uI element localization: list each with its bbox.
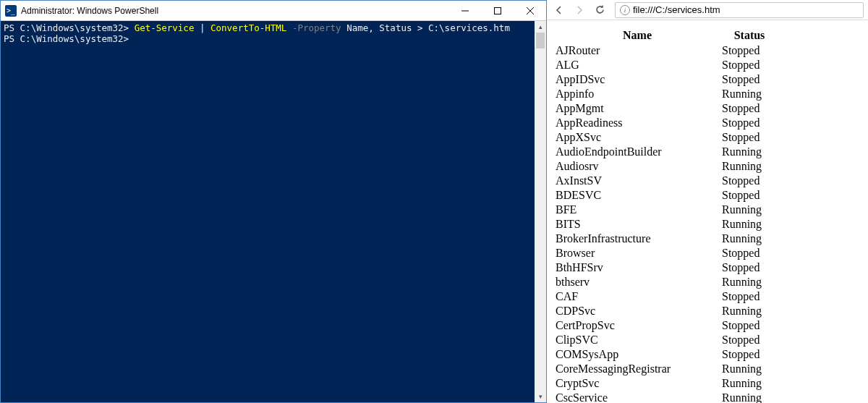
header-name: Name	[554, 27, 720, 43]
svg-rect-1	[494, 7, 501, 14]
service-name-cell: bthserv	[554, 275, 720, 289]
table-row: AudioEndpointBuilderRunning	[554, 145, 778, 159]
browser-window: i file:///C:/services.htm Name Status AJ…	[547, 0, 868, 403]
table-row: bthservRunning	[554, 275, 778, 289]
service-status-cell: Running	[720, 87, 778, 101]
service-status-cell: Running	[720, 391, 778, 403]
service-name-cell: Appinfo	[554, 87, 720, 101]
service-status-cell: Stopped	[720, 289, 778, 304]
address-bar[interactable]: i file:///C:/services.htm	[615, 2, 864, 18]
ps-prompt-2: PS C:\Windows\system32>	[4, 33, 129, 44]
ps-property-flag: -Property	[292, 22, 346, 33]
header-status: Status	[720, 27, 778, 43]
browser-content[interactable]: Name Status AJRouterStoppedALGStoppedApp…	[547, 20, 868, 403]
service-name-cell: AppMgmt	[554, 101, 720, 116]
site-info-icon[interactable]: i	[620, 5, 630, 15]
service-status-cell: Stopped	[720, 318, 778, 333]
table-row: CertPropSvcStopped	[554, 318, 778, 333]
service-name-cell: COMSysApp	[554, 347, 720, 362]
table-row: BrokerInfrastructureRunning	[554, 232, 778, 246]
service-name-cell: CryptSvc	[554, 376, 720, 391]
powershell-terminal[interactable]: PS C:\Windows\system32> Get-Service | Co…	[1, 21, 535, 402]
service-name-cell: Browser	[554, 246, 720, 260]
minimize-button[interactable]	[448, 1, 481, 20]
reload-button[interactable]	[592, 2, 608, 18]
table-row: BDESVCStopped	[554, 188, 778, 203]
table-row: BrowserStopped	[554, 246, 778, 260]
service-name-cell: BDESVC	[554, 188, 720, 203]
service-name-cell: AxInstSV	[554, 174, 720, 188]
table-row: BthHFSrvStopped	[554, 260, 778, 275]
ps-cmd-convert: ConvertTo-HTML	[210, 22, 292, 33]
table-row: CscServiceRunning	[554, 391, 778, 403]
service-status-cell: Running	[720, 304, 778, 318]
back-button[interactable]	[551, 2, 567, 18]
service-status-cell: Running	[720, 145, 778, 159]
table-row: ALGStopped	[554, 58, 778, 72]
service-status-cell: Stopped	[720, 246, 778, 260]
table-row: AppXSvcStopped	[554, 130, 778, 145]
service-name-cell: CDPSvc	[554, 304, 720, 318]
service-status-cell: Stopped	[720, 72, 778, 87]
powershell-title: Administrator: Windows PowerShell	[21, 6, 448, 16]
service-name-cell: AppIDSvc	[554, 72, 720, 87]
table-row: CoreMessagingRegistrarRunning	[554, 362, 778, 376]
table-row: ClipSVCStopped	[554, 333, 778, 347]
powershell-titlebar[interactable]: >_ Administrator: Windows PowerShell	[1, 1, 546, 21]
service-name-cell: BrokerInfrastructure	[554, 232, 720, 246]
maximize-button[interactable]	[481, 1, 514, 20]
powershell-scrollbar[interactable]: ▴ ▾	[535, 21, 546, 402]
service-name-cell: AppXSvc	[554, 130, 720, 145]
powershell-window: >_ Administrator: Windows PowerShell PS …	[0, 0, 547, 403]
table-row: BITSRunning	[554, 217, 778, 232]
table-row: BFERunning	[554, 203, 778, 217]
service-status-cell: Running	[720, 376, 778, 391]
service-name-cell: CscService	[554, 391, 720, 403]
service-status-cell: Stopped	[720, 43, 778, 58]
window-buttons	[448, 1, 546, 20]
address-text: file:///C:/services.htm	[633, 4, 859, 15]
table-row: CryptSvcRunning	[554, 376, 778, 391]
ps-cmd-pipe: |	[200, 22, 210, 33]
table-header-row: Name Status	[554, 27, 778, 43]
service-name-cell: AudioEndpointBuilder	[554, 145, 720, 159]
scroll-track[interactable]	[535, 33, 546, 391]
service-status-cell: Stopped	[720, 188, 778, 203]
service-status-cell: Stopped	[720, 116, 778, 130]
table-row: AppinfoRunning	[554, 87, 778, 101]
table-row: AxInstSVStopped	[554, 174, 778, 188]
service-status-cell: Stopped	[720, 333, 778, 347]
forward-button[interactable]	[571, 2, 587, 18]
ps-cmd-getservice: Get-Service	[135, 22, 200, 33]
service-status-cell: Running	[720, 275, 778, 289]
table-row: AudiosrvRunning	[554, 159, 778, 174]
service-name-cell: BITS	[554, 217, 720, 232]
service-status-cell: Running	[720, 217, 778, 232]
service-status-cell: Running	[720, 203, 778, 217]
powershell-icon: >_	[5, 5, 17, 17]
service-name-cell: ClipSVC	[554, 333, 720, 347]
scroll-down-button[interactable]: ▾	[535, 391, 546, 402]
service-name-cell: AppReadiness	[554, 116, 720, 130]
table-row: AppReadinessStopped	[554, 116, 778, 130]
service-status-cell: Running	[720, 362, 778, 376]
close-button[interactable]	[514, 1, 546, 20]
service-name-cell: CoreMessagingRegistrar	[554, 362, 720, 376]
table-row: CDPSvcRunning	[554, 304, 778, 318]
service-status-cell: Stopped	[720, 58, 778, 72]
service-name-cell: AJRouter	[554, 43, 720, 58]
scroll-thumb[interactable]	[536, 33, 545, 48]
service-name-cell: BthHFSrv	[554, 260, 720, 275]
scroll-up-button[interactable]: ▴	[535, 21, 546, 33]
service-status-cell: Stopped	[720, 130, 778, 145]
table-row: AppIDSvcStopped	[554, 72, 778, 87]
table-row: AppMgmtStopped	[554, 101, 778, 116]
browser-toolbar: i file:///C:/services.htm	[547, 0, 868, 20]
table-row: CAFStopped	[554, 289, 778, 304]
table-row: COMSysAppStopped	[554, 347, 778, 362]
service-name-cell: BFE	[554, 203, 720, 217]
service-name-cell: Audiosrv	[554, 159, 720, 174]
service-name-cell: CertPropSvc	[554, 318, 720, 333]
service-status-cell: Running	[720, 232, 778, 246]
ps-prompt: PS C:\Windows\system32>	[4, 22, 135, 33]
